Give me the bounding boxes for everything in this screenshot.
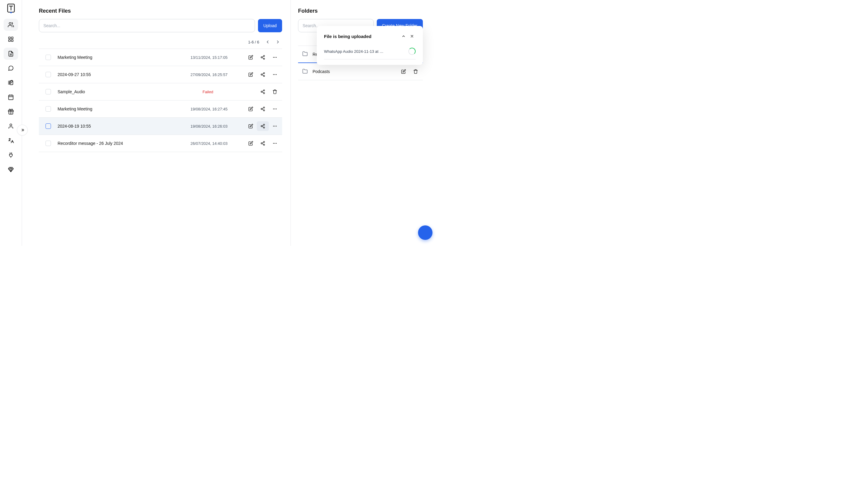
svg-rect-5 bbox=[11, 40, 13, 41]
share-button[interactable] bbox=[257, 104, 269, 114]
row-checkbox[interactable] bbox=[45, 55, 51, 60]
svg-rect-3 bbox=[11, 37, 13, 39]
nav-chat[interactable] bbox=[4, 62, 18, 74]
row-checkbox[interactable] bbox=[45, 89, 51, 94]
file-date: 19/08/2024, 16:26:03 bbox=[190, 124, 245, 128]
nav-language[interactable] bbox=[4, 135, 18, 147]
share-button[interactable] bbox=[257, 53, 269, 62]
share-button[interactable] bbox=[257, 87, 269, 96]
folder-name: Podcasts bbox=[313, 69, 398, 74]
file-row[interactable]: Marketing Meeting 19/08/2024, 16:27:45 bbox=[39, 101, 282, 118]
nav-rewards[interactable] bbox=[4, 106, 18, 118]
share-button[interactable] bbox=[257, 121, 269, 131]
svg-point-1 bbox=[9, 23, 11, 25]
svg-point-14 bbox=[275, 57, 275, 57]
more-button[interactable] bbox=[269, 53, 281, 62]
file-name: Marketing Meeting bbox=[58, 107, 190, 111]
file-date: 27/09/2024, 16:25:57 bbox=[190, 73, 245, 77]
nav-integrations[interactable] bbox=[4, 149, 18, 161]
svg-point-21 bbox=[276, 74, 276, 75]
pager-text: 1-6 / 6 bbox=[248, 40, 259, 45]
edit-folder-button[interactable] bbox=[398, 67, 410, 76]
svg-point-40 bbox=[273, 143, 274, 143]
svg-point-13 bbox=[273, 57, 274, 57]
files-title: Recent Files bbox=[39, 8, 282, 14]
files-search-input[interactable] bbox=[39, 19, 255, 32]
file-date: 26/07/2024, 14:40:03 bbox=[190, 141, 245, 146]
chat-fab-button[interactable] bbox=[418, 225, 433, 240]
edit-button[interactable] bbox=[245, 139, 257, 148]
svg-rect-2 bbox=[9, 37, 10, 39]
share-button[interactable] bbox=[257, 70, 269, 79]
upload-button[interactable]: Upload bbox=[258, 19, 282, 32]
svg-rect-4 bbox=[9, 40, 10, 41]
edit-button[interactable] bbox=[245, 70, 257, 79]
file-row[interactable]: Marketing Meeting 13/11/2024, 15:17:05 bbox=[39, 49, 282, 66]
share-button[interactable] bbox=[257, 139, 269, 148]
edit-button[interactable] bbox=[245, 104, 257, 114]
edit-button[interactable] bbox=[245, 53, 257, 62]
toast-file-name: WhatsApp Audio 2024-11-13 at 3… bbox=[324, 49, 384, 54]
svg-point-30 bbox=[276, 109, 276, 109]
svg-point-15 bbox=[276, 57, 276, 57]
file-name: Recorditor message - 26 July 2024 bbox=[58, 141, 190, 146]
folder-icon bbox=[302, 51, 308, 57]
more-button[interactable] bbox=[269, 104, 281, 114]
toast-close-button[interactable] bbox=[408, 33, 415, 40]
nav-files[interactable] bbox=[4, 48, 18, 60]
row-checkbox[interactable] bbox=[45, 141, 51, 146]
delete-folder-button[interactable] bbox=[410, 67, 422, 76]
svg-point-28 bbox=[273, 109, 274, 109]
file-row[interactable]: Recorditor message - 26 July 2024 26/07/… bbox=[39, 135, 282, 152]
svg-point-9 bbox=[10, 124, 12, 126]
row-checkbox[interactable] bbox=[45, 72, 51, 77]
toast-collapse-button[interactable] bbox=[400, 33, 407, 40]
more-button[interactable] bbox=[269, 70, 281, 79]
toast-title: File is being uploaded bbox=[324, 34, 399, 39]
file-date: 19/08/2024, 16:27:45 bbox=[190, 107, 245, 111]
pager: 1-6 / 6 bbox=[39, 35, 282, 49]
nav-team[interactable] bbox=[4, 19, 18, 31]
file-row[interactable]: 2024-09-27 10:55 27/09/2024, 16:25:57 bbox=[39, 66, 282, 83]
pager-prev-button[interactable] bbox=[264, 38, 272, 46]
file-name: 2024-08-19 10:55 bbox=[58, 124, 190, 128]
more-button[interactable] bbox=[269, 121, 281, 131]
more-button[interactable] bbox=[269, 139, 281, 148]
edit-button[interactable] bbox=[245, 121, 257, 131]
svg-point-41 bbox=[275, 143, 275, 143]
file-date: 13/11/2024, 15:17:05 bbox=[190, 55, 245, 60]
file-name: 2024-09-27 10:55 bbox=[58, 72, 190, 77]
svg-point-36 bbox=[276, 126, 276, 126]
svg-point-35 bbox=[275, 126, 275, 126]
folder-row[interactable]: Podcasts bbox=[298, 63, 423, 80]
app-logo bbox=[7, 3, 15, 15]
svg-point-19 bbox=[273, 74, 274, 75]
nav-calendar[interactable] bbox=[4, 91, 18, 103]
upload-toast: File is being uploaded WhatsApp Audio 20… bbox=[317, 26, 423, 65]
folders-title: Folders bbox=[298, 8, 423, 14]
nav-dashboard[interactable] bbox=[4, 33, 18, 45]
file-row[interactable]: Sample_Audio Failed bbox=[39, 83, 282, 101]
row-checkbox[interactable] bbox=[45, 106, 51, 112]
svg-point-20 bbox=[275, 74, 275, 75]
svg-point-34 bbox=[273, 126, 274, 126]
nav-premium[interactable] bbox=[4, 164, 18, 176]
row-checkbox[interactable] bbox=[45, 123, 51, 129]
delete-button[interactable] bbox=[269, 87, 281, 96]
svg-rect-7 bbox=[9, 95, 13, 99]
file-name: Sample_Audio bbox=[58, 89, 203, 94]
svg-point-29 bbox=[275, 109, 275, 109]
pager-next-button[interactable] bbox=[274, 38, 282, 46]
sidebar bbox=[0, 0, 22, 246]
file-row[interactable]: 2024-08-19 10:55 19/08/2024, 16:26:03 bbox=[39, 118, 282, 135]
folder-icon bbox=[302, 68, 308, 75]
nav-profile[interactable] bbox=[4, 120, 18, 132]
upload-spinner-icon bbox=[408, 48, 415, 55]
nav-notes[interactable] bbox=[4, 77, 18, 89]
file-status: Failed bbox=[203, 90, 257, 94]
file-name: Marketing Meeting bbox=[58, 55, 190, 60]
svg-point-42 bbox=[276, 143, 276, 143]
